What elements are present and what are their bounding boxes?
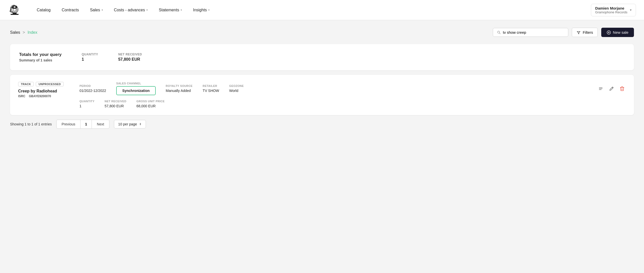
- svg-rect-9: [599, 88, 602, 89]
- detail-geozone: GEOZONE World: [229, 84, 254, 93]
- retailer-label: RETAILER: [203, 84, 219, 87]
- geozone-value: World: [229, 89, 244, 93]
- gramophone-logo-icon: [8, 4, 21, 17]
- header: Catalog Contracts Sales ▾ Costs - advanc…: [0, 0, 644, 20]
- page-number-button[interactable]: 1: [80, 120, 92, 129]
- record-top-row: PERIOD 01/2022-12/2022 SALES CHANNEL Syn…: [79, 82, 626, 95]
- retailer-value: TV SHOW: [203, 89, 219, 93]
- nav-contracts[interactable]: Contracts: [56, 0, 84, 20]
- plus-circle-icon: [607, 30, 611, 35]
- user-name: Damien Morjane: [595, 6, 627, 10]
- nav-insights-chevron-icon: ▾: [208, 9, 210, 11]
- nav-costs[interactable]: Costs - advances ▾: [108, 0, 153, 20]
- totals-title-block: Totals for your query Summary of 1 sales: [19, 52, 62, 62]
- new-sale-button[interactable]: New sale: [601, 28, 634, 37]
- isrc-value: GBAYE9200070: [29, 94, 51, 98]
- gross-unit-price-value: 68,000 EUR: [136, 104, 165, 108]
- totals-card: Totals for your query Summary of 1 sales…: [10, 44, 634, 70]
- next-button[interactable]: Next: [92, 120, 109, 129]
- totals-title: Totals for your query: [19, 52, 62, 57]
- detail-gross-unit-price: GROSS UNIT PRICE 68,000 EUR: [136, 100, 175, 108]
- user-chevron-icon: ▾: [630, 8, 632, 12]
- svg-point-3: [14, 6, 16, 8]
- record-card: TRACK UNPROCESSED Creep by Radiohead ISR…: [10, 75, 634, 115]
- pagination: Showing 1 to 1 of 1 entries Previous 1 N…: [10, 120, 634, 129]
- quantity-value: 1: [79, 104, 95, 108]
- nav-sales-chevron-icon: ▾: [102, 9, 103, 11]
- breadcrumb-separator: >: [23, 30, 25, 35]
- detail-net-received: NET RECEIVED 57,800 EUR: [105, 100, 137, 108]
- period-label: PERIOD: [79, 84, 106, 87]
- record-left: TRACK UNPROCESSED Creep by Radiohead ISR…: [18, 82, 73, 98]
- royalty-source-label: ROYALTY SOURCE: [166, 84, 193, 87]
- search-icon: [497, 30, 501, 35]
- totals-quantity: QUANTITY 1: [82, 53, 98, 62]
- record-isrc: ISRC GBAYE9200070: [18, 94, 73, 98]
- svg-rect-10: [599, 89, 601, 90]
- svg-rect-5: [11, 14, 19, 15]
- detail-retailer: RETAILER TV SHOW: [203, 84, 229, 93]
- gross-unit-price-label: GROSS UNIT PRICE: [136, 100, 165, 103]
- totals-net-value: 57,800 EUR: [118, 57, 142, 62]
- record-title: Creep by Radiohead: [18, 89, 73, 93]
- geozone-label: GEOZONE: [229, 84, 244, 87]
- previous-button[interactable]: Previous: [56, 120, 80, 129]
- totals-net-label: NET RECEIVED: [118, 53, 142, 56]
- quantity-label: QUANTITY: [79, 100, 95, 103]
- sales-channel-label: SALES CHANNEL: [116, 82, 156, 85]
- detail-quantity: QUANTITY 1: [79, 100, 105, 108]
- totals-net-received: NET RECEIVED 57,800 EUR: [118, 53, 142, 62]
- breadcrumb-current: Index: [27, 30, 37, 35]
- sales-channel-value: Synchronization: [116, 86, 156, 95]
- delete-button[interactable]: [618, 85, 626, 93]
- record-details-section: PERIOD 01/2022-12/2022 SALES CHANNEL Syn…: [79, 82, 626, 108]
- nav-insights[interactable]: Insights ▾: [187, 0, 215, 20]
- royalty-source-value: Manually Added: [166, 89, 193, 93]
- detail-sales-channel: SALES CHANNEL Synchronization: [116, 82, 166, 95]
- net-received-value: 57,800 EUR: [105, 104, 127, 108]
- svg-rect-8: [599, 87, 602, 88]
- nav-catalog[interactable]: Catalog: [31, 0, 56, 20]
- record-bottom-row: QUANTITY 1 NET RECEIVED 57,800 EUR GROSS…: [79, 100, 626, 108]
- record-badges: TRACK UNPROCESSED: [18, 82, 73, 86]
- record-card-content: TRACK UNPROCESSED Creep by Radiohead ISR…: [18, 82, 626, 108]
- per-page-value: 10 per page: [118, 122, 137, 126]
- edit-icon: [609, 86, 614, 91]
- nav-costs-chevron-icon: ▾: [146, 9, 148, 11]
- record-actions: [597, 85, 626, 93]
- main-nav: Catalog Contracts Sales ▾ Costs - advanc…: [31, 0, 591, 20]
- nav-statements-chevron-icon: ▾: [181, 9, 182, 11]
- isrc-label: ISRC: [18, 94, 25, 98]
- detail-period: PERIOD 01/2022-12/2022: [79, 84, 116, 93]
- detail-royalty-source: ROYALTY SOURCE Manually Added: [166, 84, 203, 93]
- trash-icon: [620, 86, 624, 91]
- breadcrumb-actions: Filters New sale: [493, 28, 634, 37]
- per-page-select[interactable]: 10 per page ⬍: [114, 120, 146, 128]
- logo: [8, 4, 21, 17]
- page-content: Sales > Index Filters: [0, 20, 644, 136]
- filters-button[interactable]: Filters: [572, 28, 598, 37]
- search-box[interactable]: [493, 28, 568, 37]
- totals-quantity-value: 1: [82, 57, 98, 62]
- filter-icon: [577, 30, 581, 35]
- breadcrumb: Sales > Index Filters: [10, 28, 634, 37]
- list-icon: [598, 86, 603, 91]
- user-info: Damien Morjane Gramophone Records: [595, 6, 627, 14]
- user-menu[interactable]: Damien Morjane Gramophone Records ▾: [591, 4, 636, 16]
- net-received-label: NET RECEIVED: [105, 100, 127, 103]
- totals-quantity-label: QUANTITY: [82, 53, 98, 56]
- search-input[interactable]: [503, 30, 564, 35]
- view-details-button[interactable]: [597, 85, 605, 93]
- period-value: 01/2022-12/2022: [79, 89, 106, 93]
- pagination-info: Showing 1 to 1 of 1 entries: [10, 122, 52, 126]
- svg-rect-11: [620, 87, 624, 88]
- nav-sales[interactable]: Sales ▾: [85, 0, 108, 20]
- badge-unprocessed: UNPROCESSED: [36, 82, 64, 86]
- totals-subtitle: Summary of 1 sales: [19, 58, 62, 62]
- badge-track: TRACK: [18, 82, 34, 86]
- user-org: Gramophone Records: [595, 10, 627, 14]
- per-page-chevron-icon: ⬍: [139, 122, 142, 126]
- nav-statements[interactable]: Statements ▾: [153, 0, 187, 20]
- edit-button[interactable]: [608, 85, 615, 92]
- breadcrumb-root: Sales: [10, 30, 20, 35]
